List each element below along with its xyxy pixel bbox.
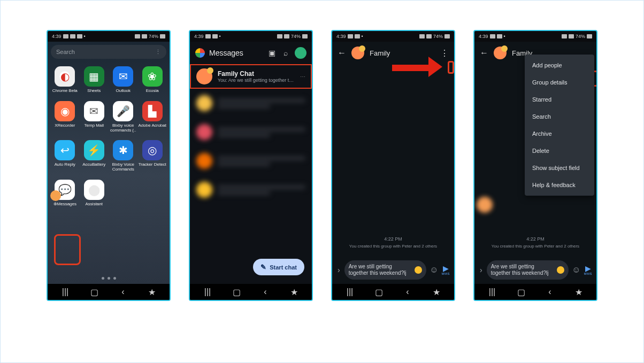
app-label: Bixby Voice Commands: [109, 163, 137, 172]
app-xrec[interactable]: ◉XRecorder: [51, 101, 79, 133]
menu-item-starred[interactable]: Starred: [525, 91, 594, 108]
nav-home[interactable]: ▢: [512, 287, 530, 297]
nav-accessibility[interactable]: ★: [570, 287, 587, 297]
nav-back[interactable]: ‹: [257, 287, 274, 297]
emoji-picker-icon[interactable]: ☺: [572, 265, 580, 275]
menu-item-search[interactable]: Search: [525, 108, 594, 125]
send-icon: ▶: [585, 265, 591, 272]
conversation-blurred[interactable]: [190, 89, 312, 118]
emoji-icon[interactable]: [557, 266, 564, 274]
nav-home[interactable]: ▢: [228, 287, 245, 297]
notif-icon: [70, 34, 75, 38]
app-bixby2[interactable]: ✱Bixby Voice Commands: [109, 140, 137, 172]
notif-icon: [63, 34, 68, 38]
menu-item-help-feedback[interactable]: Help & feedback: [525, 176, 594, 194]
message-input[interactable]: Are we still getting together this weeke…: [487, 260, 569, 280]
back-button[interactable]: ←: [480, 48, 488, 58]
nav-home[interactable]: ▢: [86, 287, 103, 297]
conversation-title[interactable]: Family: [370, 49, 435, 57]
menu-item-add-people[interactable]: Add people: [525, 57, 594, 74]
status-battery: 74%: [576, 34, 585, 39]
app-assistant[interactable]: ⬤Assistant: [80, 180, 109, 207]
app-adobe[interactable]: ▙Adobe Acrobat: [139, 101, 167, 133]
messages-header: Messages ▣ ⌕: [190, 42, 312, 64]
tempmail-icon: ✉: [84, 101, 104, 121]
app-label: Tracker Detect: [139, 163, 166, 167]
app-ecosia[interactable]: ❀Ecosia: [139, 66, 167, 94]
conversation-blurred[interactable]: [190, 175, 312, 204]
nav-back[interactable]: ‹: [541, 287, 558, 297]
nav-back[interactable]: ‹: [114, 287, 132, 297]
status-bar: 4:39• 74%: [190, 31, 312, 42]
adobe-icon: ▙: [142, 101, 163, 121]
menu-item-archive[interactable]: Archive: [525, 125, 594, 142]
app-title: Messages: [209, 49, 263, 57]
menu-item-show-subject-field[interactable]: Show subject field: [525, 159, 594, 176]
nav-recents[interactable]: |||: [57, 287, 74, 297]
app-tempmail[interactable]: ✉Temp Mail: [80, 101, 109, 133]
conversation-blurred[interactable]: [190, 146, 312, 175]
search-icon[interactable]: ⌕: [281, 48, 290, 58]
more-icon[interactable]: ⋮: [155, 49, 161, 56]
back-button[interactable]: ←: [338, 48, 346, 58]
menu-item-group-details[interactable]: Group details: [525, 74, 594, 91]
status-time: 4:39: [194, 34, 204, 39]
conversation-blurred[interactable]: [190, 118, 312, 146]
menu-item-delete[interactable]: Delete: [525, 142, 594, 159]
annotation-dot: [50, 190, 61, 201]
accu-icon: ⚡: [84, 140, 104, 160]
screenshot-conversation: 4:39• 74% ← Family ⋮ 4:22 PM You created…: [331, 30, 455, 301]
app-outlook[interactable]: ✉Outlook: [109, 66, 137, 94]
app-bixby1[interactable]: 🎤Bixby voice commands (..: [109, 101, 137, 133]
app-label: Outlook: [116, 89, 131, 94]
signal-icon: [142, 34, 147, 38]
app-autoreply[interactable]: ↩Auto Reply: [51, 140, 79, 172]
app-label: Auto Reply: [55, 163, 75, 167]
emoji-picker-icon[interactable]: ☺: [430, 265, 438, 275]
system-nav: ||| ▢ ‹ ★: [190, 284, 312, 300]
nav-back[interactable]: ‹: [399, 287, 416, 297]
camera-icon[interactable]: ▣: [267, 48, 277, 58]
message-input[interactable]: Are we still getting together this weeke…: [344, 260, 426, 280]
status-bar: 4:39 • 74%: [48, 31, 170, 42]
group-avatar-icon[interactable]: [494, 47, 507, 59]
conversation-family-chat[interactable]: Family Chat You: Are we still getting to…: [190, 64, 312, 89]
app-label: ⊕Messages: [53, 202, 76, 207]
nav-recents[interactable]: |||: [199, 287, 216, 297]
conversation-name: Family Chat: [218, 70, 295, 78]
send-button[interactable]: ▶ MMS: [442, 265, 450, 275]
nav-accessibility[interactable]: ★: [428, 287, 445, 297]
conversation-meta: ⋯: [300, 74, 305, 80]
expand-icon[interactable]: ›: [479, 266, 484, 274]
bixby2-icon: ✱: [113, 140, 133, 160]
expand-icon[interactable]: ›: [336, 266, 341, 274]
blurred-avatar: [477, 197, 493, 213]
overflow-menu: Add peopleGroup detailsStarredSearchArch…: [525, 55, 594, 196]
nav-accessibility[interactable]: ★: [286, 287, 303, 297]
fab-label: Start chat: [270, 264, 297, 271]
status-bar: 4:39• 74%: [474, 31, 596, 42]
app-tracker[interactable]: ◎Tracker Detect: [139, 140, 167, 172]
app-accu[interactable]: ⚡AccuBattery: [80, 140, 109, 172]
search-input[interactable]: Search ⋮: [51, 45, 166, 59]
send-button[interactable]: ▶ MMS: [584, 265, 593, 275]
app-chrome[interactable]: ◐Chrome Beta: [51, 66, 79, 94]
assistant-icon: ⬤: [84, 180, 104, 200]
outlook-icon: ✉: [113, 66, 133, 87]
send-label: MMS: [442, 272, 450, 275]
draft-text: Are we still getting together this weeke…: [491, 264, 554, 276]
tracker-icon: ◎: [142, 140, 163, 160]
app-sheets[interactable]: ▦Sheets: [80, 66, 109, 94]
conversation-preview: You: Are we still getting together thi…: [218, 78, 295, 83]
nav-accessibility[interactable]: ★: [143, 287, 160, 297]
start-chat-button[interactable]: ✎ Start chat: [253, 259, 304, 275]
app-label: AccuBattery: [82, 163, 105, 167]
chrome-icon: ◐: [55, 66, 75, 87]
nav-recents[interactable]: |||: [484, 287, 501, 297]
group-avatar-icon[interactable]: [351, 47, 364, 59]
account-avatar[interactable]: [295, 47, 306, 59]
emoji-icon[interactable]: [415, 266, 422, 274]
nav-home[interactable]: ▢: [370, 287, 387, 297]
nav-recents[interactable]: |||: [341, 287, 358, 297]
message-composer: › Are we still getting together this wee…: [332, 257, 454, 284]
